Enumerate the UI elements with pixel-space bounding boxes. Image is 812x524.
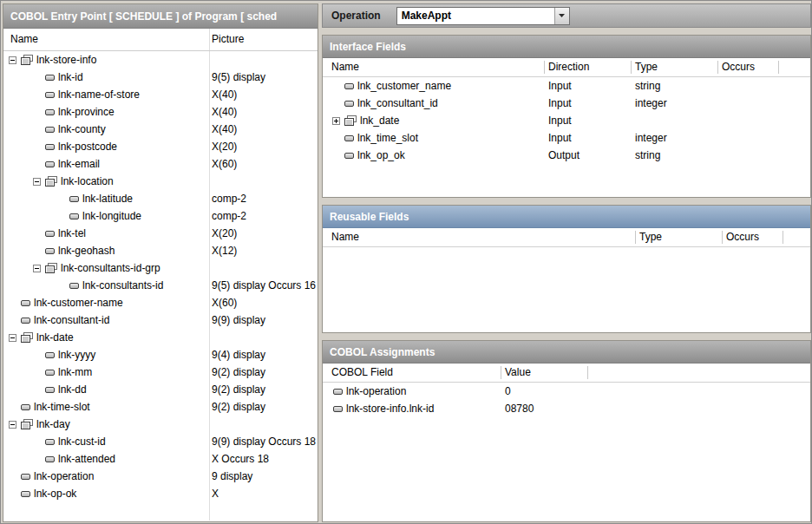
- reusable-fields-title: Reusable Fields: [330, 211, 409, 223]
- cobol-assignments-header: COBOL Assignments: [323, 341, 810, 364]
- tree-expander-minus-icon[interactable]: [33, 265, 41, 272]
- field-name-label: lnk-store-info: [36, 54, 96, 66]
- column-header-occurs: Occurs: [726, 228, 759, 246]
- field-icon: [45, 456, 55, 462]
- column-separator: [717, 61, 718, 74]
- tree-row[interactable]: lnk-emailX(60): [3, 155, 318, 173]
- field-icon: [21, 318, 30, 324]
- assignment-row[interactable]: lnk-store-info.lnk-id08780: [323, 400, 810, 417]
- left-panel-titlebar: COBOL Entry Point [ SCHEDULE ] of Progra…: [3, 4, 318, 29]
- tree-row[interactable]: lnk-time-slot9(2) display: [3, 398, 318, 416]
- tree-row[interactable]: lnk-longitudecomp-2: [3, 207, 318, 225]
- field-icon: [45, 144, 55, 150]
- tree-row[interactable]: lnk-latitudecomp-2: [3, 190, 318, 207]
- field-name-label: lnk-name-of-store: [58, 88, 140, 101]
- mapping-panel: Operation MakeAppt Interface Fields Name…: [322, 3, 811, 522]
- group-record-icon: [45, 176, 57, 187]
- field-picture: X Occurs 18: [212, 450, 269, 468]
- app-window: COBOL Entry Point [ SCHEDULE ] of Progra…: [0, 0, 812, 524]
- group-record-icon: [45, 263, 57, 273]
- tree-expander-minus-icon[interactable]: [9, 334, 16, 342]
- field-name-label: lnk-email: [58, 158, 100, 170]
- field-name-label: lnk_time_slot: [357, 132, 418, 144]
- field-name-label: lnk-attended: [58, 453, 115, 465]
- tree-row[interactable]: lnk-attendedX Occurs 18: [3, 450, 318, 468]
- operation-dropdown-value: MakeAppt: [397, 10, 554, 22]
- tree-row[interactable]: lnk-name-of-storeX(40): [3, 86, 318, 103]
- dropdown-arrow-button[interactable]: [554, 8, 569, 24]
- tree-row[interactable]: lnk-date: [3, 329, 318, 346]
- tree-row[interactable]: lnk-day: [3, 416, 318, 433]
- tree-row[interactable]: lnk-store-info: [3, 51, 318, 69]
- field-icon: [344, 135, 354, 141]
- field-type: integer: [635, 129, 667, 147]
- column-separator: [778, 61, 779, 74]
- tree-row[interactable]: lnk-telX(20): [3, 225, 318, 242]
- field-icon: [45, 161, 55, 167]
- tree-row[interactable]: lnk-consultant-id9(9) display: [3, 311, 318, 329]
- field-icon: [21, 300, 30, 306]
- tree-expander-plus-icon[interactable]: [332, 117, 340, 125]
- field-picture: comp-2: [212, 190, 246, 207]
- tree-row[interactable]: lnk-mm9(2) display: [3, 364, 318, 381]
- tree-row[interactable]: lnk-dd9(2) display: [3, 381, 318, 398]
- tree-row[interactable]: lnk-customer-nameX(60): [3, 294, 318, 311]
- field-name-label: lnk_op_ok: [357, 149, 405, 161]
- field-name-label: lnk-time-slot: [34, 401, 90, 413]
- tree-expander-minus-icon[interactable]: [9, 56, 16, 64]
- cobol-assignments-section: COBOL Assignments COBOL Field Value lnk-…: [322, 340, 811, 522]
- field-icon: [45, 92, 55, 98]
- column-header-direction: Direction: [548, 58, 589, 76]
- tree-expander-minus-icon[interactable]: [33, 178, 41, 186]
- tree-row[interactable]: lnk-postcodeX(20): [3, 138, 318, 155]
- field-name-label: lnk-consultants-id-grp: [61, 262, 160, 274]
- tree-row[interactable]: lnk-geohashX(12): [3, 242, 318, 259]
- tree-row[interactable]: lnk-consultants-id9(5) display Occurs 16: [3, 277, 318, 294]
- tree-row[interactable]: lnk-consultants-id-grp: [3, 259, 318, 277]
- field-name-label: lnk-cust-id: [58, 436, 106, 448]
- field-picture: X(12): [212, 242, 237, 259]
- interface-field-row[interactable]: lnk_op_okOutputstring: [323, 147, 810, 164]
- operation-dropdown[interactable]: MakeAppt: [396, 7, 570, 25]
- field-picture: X(60): [212, 294, 237, 311]
- tree-row[interactable]: lnk-yyyy9(4) display: [3, 346, 318, 364]
- field-picture: 9(2) display: [212, 364, 265, 381]
- reusable-fields-table: [323, 247, 810, 332]
- field-picture: 9(9) display: [212, 311, 265, 329]
- field-icon: [21, 491, 30, 497]
- assignment-row[interactable]: lnk-operation0: [323, 383, 810, 400]
- field-icon: [344, 83, 354, 89]
- assignment-value: 0: [505, 383, 511, 400]
- field-icon: [69, 213, 79, 219]
- field-name-label: lnk-postcode: [58, 141, 117, 153]
- tree-row[interactable]: lnk-operation9 display: [3, 468, 318, 485]
- expander-slot: [33, 178, 45, 186]
- interface-field-row[interactable]: lnk_customer_nameInputstring: [323, 77, 810, 95]
- field-icon: [45, 231, 55, 237]
- field-icon: [45, 109, 55, 115]
- tree-row[interactable]: lnk-countyX(40): [3, 121, 318, 138]
- field-name-label: lnk-consultants-id: [82, 279, 163, 291]
- tree-row[interactable]: lnk-provinceX(40): [3, 103, 318, 121]
- field-name-label: lnk-geohash: [58, 245, 115, 257]
- field-name-label: lnk-yyyy: [58, 349, 95, 361]
- cobol-field-tree: lnk-store-infolnk-id9(5) displaylnk-name…: [3, 51, 318, 502]
- tree-row[interactable]: lnk-op-okX: [3, 485, 318, 502]
- field-icon: [333, 406, 343, 412]
- operation-label: Operation: [331, 10, 381, 22]
- tree-row[interactable]: lnk-cust-id9(9) display Occurs 18: [3, 433, 318, 450]
- interface-field-row[interactable]: lnk_consultant_idInputinteger: [323, 95, 810, 112]
- interface-field-row[interactable]: lnk_time_slotInputinteger: [323, 129, 810, 147]
- field-icon: [45, 75, 55, 81]
- chevron-down-icon: [559, 14, 565, 17]
- column-header-name: Name: [10, 29, 38, 50]
- field-picture: X(40): [212, 103, 237, 121]
- field-icon: [45, 439, 55, 445]
- field-picture: X(20): [212, 138, 237, 155]
- tree-expander-minus-icon[interactable]: [9, 421, 16, 429]
- column-header-occurs: Occurs: [722, 58, 755, 76]
- tree-row[interactable]: lnk-location: [3, 173, 318, 190]
- interface-field-row[interactable]: lnk_dateInput: [323, 112, 810, 129]
- tree-row[interactable]: lnk-id9(5) display: [3, 69, 318, 86]
- field-type: string: [635, 147, 660, 164]
